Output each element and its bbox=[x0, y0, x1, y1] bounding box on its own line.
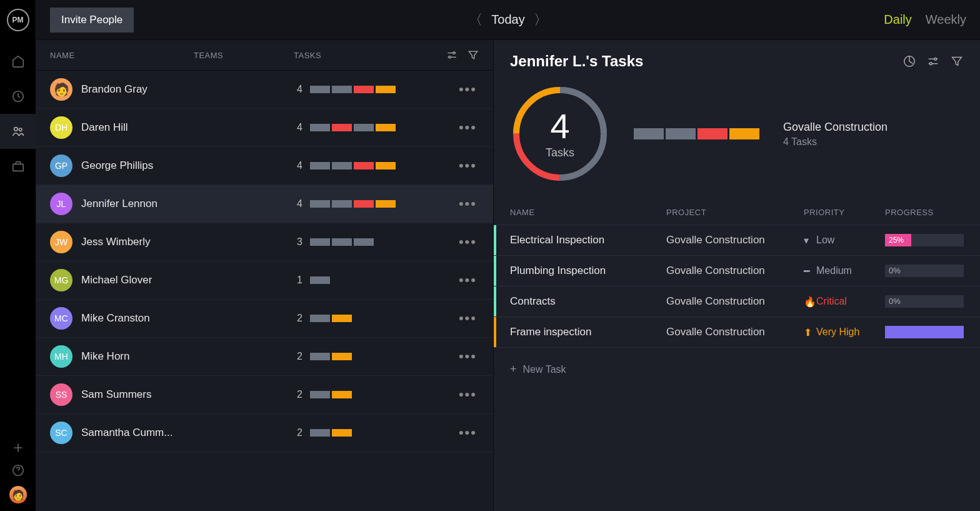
person-row[interactable]: 🧑Brandon Gray4••• bbox=[36, 71, 493, 109]
chart-icon[interactable] bbox=[902, 54, 916, 68]
row-more-button[interactable]: ••• bbox=[456, 196, 479, 212]
person-name-label: Daren Hill bbox=[81, 121, 194, 134]
person-row[interactable]: JWJess Wimberly3••• bbox=[36, 223, 493, 261]
task-count: 2 bbox=[281, 313, 302, 324]
task-priority[interactable]: ⬆Very High bbox=[804, 326, 885, 338]
invite-people-button[interactable]: Invite People bbox=[50, 8, 134, 33]
person-name-label: Mike Horn bbox=[81, 350, 194, 363]
topbar: Invite People 〈 Today 〉 Daily Weekly bbox=[36, 0, 980, 40]
summary-task-count: 4 Tasks bbox=[783, 136, 888, 148]
task-bars bbox=[310, 200, 456, 208]
next-day-button[interactable]: 〉 bbox=[534, 11, 548, 29]
view-toggle: Daily Weekly bbox=[884, 13, 966, 27]
nav-people[interactable] bbox=[0, 114, 36, 149]
person-row[interactable]: GPGeorge Phillips4••• bbox=[36, 147, 493, 185]
person-name-label: Brandon Gray bbox=[81, 83, 194, 96]
task-count: 2 bbox=[281, 389, 302, 400]
detail-header: Jennifer L.'s Tasks bbox=[494, 53, 980, 76]
header-tasks[interactable]: TASKS bbox=[294, 51, 446, 60]
header-teams[interactable]: TEAMS bbox=[194, 51, 294, 60]
person-avatar: JL bbox=[50, 193, 72, 215]
sidebar: PM 🧑 bbox=[0, 0, 36, 511]
task-row[interactable]: Frame inspectionGovalle Construction⬆Ver… bbox=[494, 317, 980, 348]
nav-recent[interactable] bbox=[0, 79, 36, 114]
task-count: 4 bbox=[281, 198, 302, 210]
date-navigator: 〈 Today 〉 bbox=[469, 11, 547, 29]
task-count: 4 bbox=[281, 84, 302, 95]
filter-icon[interactable] bbox=[950, 54, 964, 68]
row-more-button[interactable]: ••• bbox=[456, 387, 479, 403]
priority-icon: ━ bbox=[804, 265, 812, 277]
task-row[interactable]: ContractsGovalle Construction🔥Critical0% bbox=[494, 286, 980, 317]
nav-help[interactable] bbox=[0, 463, 36, 477]
person-name-label: Jennifer Lennon bbox=[81, 198, 194, 210]
task-project-label: Govalle Construction bbox=[666, 234, 804, 246]
task-header-name[interactable]: NAME bbox=[510, 208, 666, 217]
person-row[interactable]: JLJennifer Lennon4••• bbox=[36, 185, 493, 223]
people-list: 🧑Brandon Gray4•••DHDaren Hill4•••GPGeorg… bbox=[36, 71, 493, 452]
row-more-button[interactable]: ••• bbox=[456, 81, 479, 98]
person-avatar: GP bbox=[50, 154, 72, 177]
task-header-progress[interactable]: PROGRESS bbox=[885, 208, 964, 217]
people-panel: NAME TEAMS TASKS 🧑Brandon Gray4•••DHDare… bbox=[36, 40, 494, 511]
nav-portfolio[interactable] bbox=[0, 149, 36, 184]
task-count: 4 bbox=[281, 160, 302, 171]
person-avatar: SC bbox=[50, 422, 72, 444]
header-name[interactable]: NAME bbox=[50, 51, 194, 60]
task-project-label: Govalle Construction bbox=[666, 295, 804, 308]
new-task-button[interactable]: + New Task bbox=[494, 348, 980, 391]
task-priority[interactable]: ━Medium bbox=[804, 265, 885, 277]
task-name-label: Electrical Inspection bbox=[510, 234, 666, 246]
ring-count: 4 bbox=[550, 109, 569, 144]
main: Invite People 〈 Today 〉 Daily Weekly NAM… bbox=[36, 0, 980, 511]
svg-rect-3 bbox=[12, 164, 23, 171]
settings-sliders-icon[interactable] bbox=[446, 49, 458, 61]
view-daily-tab[interactable]: Daily bbox=[884, 13, 911, 27]
row-more-button[interactable]: ••• bbox=[456, 234, 479, 250]
task-row[interactable]: Plumbing InspectionGovalle Construction━… bbox=[494, 256, 980, 286]
person-avatar: 🧑 bbox=[50, 78, 72, 101]
task-bars bbox=[310, 162, 456, 169]
user-avatar[interactable]: 🧑 bbox=[9, 486, 27, 503]
home-icon bbox=[11, 54, 25, 68]
task-header-project[interactable]: PROJECT bbox=[666, 208, 804, 217]
task-priority[interactable]: 🔥Critical bbox=[804, 296, 885, 308]
person-row[interactable]: MHMike Horn2••• bbox=[36, 338, 493, 376]
row-more-button[interactable]: ••• bbox=[456, 272, 479, 288]
person-row[interactable]: MCMike Cranston2••• bbox=[36, 300, 493, 338]
help-icon bbox=[11, 463, 25, 477]
task-bars bbox=[310, 276, 456, 284]
row-more-button[interactable]: ••• bbox=[456, 158, 479, 174]
view-weekly-tab[interactable]: Weekly bbox=[926, 13, 966, 27]
person-row[interactable]: DHDaren Hill4••• bbox=[36, 109, 493, 147]
row-more-button[interactable]: ••• bbox=[456, 310, 479, 326]
task-header-priority[interactable]: PRIORITY bbox=[804, 208, 885, 217]
priority-icon: ⬆ bbox=[804, 326, 812, 338]
task-project-label: Govalle Construction bbox=[666, 265, 804, 277]
person-avatar: MG bbox=[50, 269, 72, 291]
person-name-label: Sam Summers bbox=[81, 388, 194, 401]
prev-day-button[interactable]: 〈 bbox=[469, 11, 482, 29]
row-more-button[interactable]: ••• bbox=[456, 348, 479, 365]
person-row[interactable]: MGMichael Glover1••• bbox=[36, 261, 493, 300]
row-more-button[interactable]: ••• bbox=[456, 425, 479, 441]
app-logo[interactable]: PM bbox=[7, 9, 29, 31]
row-more-button[interactable]: ••• bbox=[456, 119, 479, 136]
person-avatar: DH bbox=[50, 116, 72, 139]
plus-icon: + bbox=[510, 363, 517, 376]
task-table-header: NAME PROJECT PRIORITY PROGRESS bbox=[494, 200, 980, 225]
task-summary: 4 Tasks Govalle Construction 4 Tasks bbox=[494, 76, 980, 200]
person-row[interactable]: SCSamantha Cumm...2••• bbox=[36, 414, 493, 452]
task-priority[interactable]: ▾Low bbox=[804, 235, 885, 246]
nav-add[interactable] bbox=[0, 441, 36, 455]
ring-label: Tasks bbox=[546, 146, 574, 159]
content: NAME TEAMS TASKS 🧑Brandon Gray4•••DHDare… bbox=[36, 40, 980, 511]
person-row[interactable]: SSSam Summers2••• bbox=[36, 376, 493, 414]
task-bars bbox=[310, 238, 456, 246]
filter-icon[interactable] bbox=[467, 49, 479, 61]
settings-sliders-icon[interactable] bbox=[926, 54, 940, 68]
summary-project-name: Govalle Construction bbox=[783, 121, 888, 134]
nav-home[interactable] bbox=[0, 44, 36, 79]
task-row[interactable]: Electrical InspectionGovalle Constructio… bbox=[494, 225, 980, 256]
people-table-header: NAME TEAMS TASKS bbox=[36, 40, 493, 71]
